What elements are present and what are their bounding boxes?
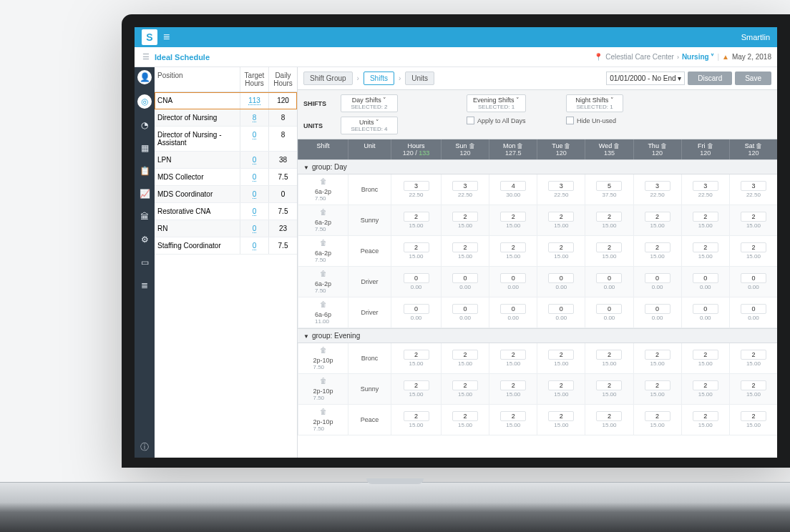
- count-input[interactable]: 2: [693, 350, 718, 360]
- date-range-select[interactable]: 01/01/2000 - No End ▾: [606, 72, 685, 85]
- date-range[interactable]: May 2, 2018: [732, 53, 771, 61]
- count-input[interactable]: 0: [404, 304, 429, 314]
- count-input[interactable]: 0: [645, 304, 670, 314]
- count-input[interactable]: 2: [500, 242, 526, 252]
- count-input[interactable]: 2: [548, 212, 574, 222]
- trash-icon[interactable]: 🗑: [564, 142, 570, 149]
- units-filter[interactable]: Units ˅ SELECTED: 4: [341, 117, 398, 134]
- count-input[interactable]: 0: [500, 304, 526, 314]
- crumb-shifts[interactable]: Shifts: [364, 72, 394, 85]
- count-input[interactable]: 2: [693, 212, 718, 222]
- count-input[interactable]: 2: [693, 380, 718, 390]
- trash-icon[interactable]: 🗑: [517, 142, 523, 149]
- count-input[interactable]: 0: [693, 304, 718, 314]
- count-input[interactable]: 3: [693, 181, 718, 191]
- nav-gears-icon[interactable]: ⚙: [138, 233, 151, 246]
- count-input[interactable]: 2: [404, 212, 429, 222]
- count-input[interactable]: 2: [741, 212, 766, 222]
- count-input[interactable]: 2: [596, 212, 622, 222]
- nav-location-icon[interactable]: ◎: [137, 94, 152, 109]
- count-input[interactable]: 2: [741, 380, 766, 390]
- count-input[interactable]: 2: [741, 411, 766, 421]
- count-input[interactable]: 3: [452, 181, 478, 191]
- trash-icon[interactable]: 🗑: [756, 142, 762, 149]
- count-input[interactable]: 3: [404, 181, 429, 191]
- target-hours[interactable]: 0: [240, 186, 268, 202]
- discard-button[interactable]: Discard: [688, 72, 732, 85]
- count-input[interactable]: 0: [741, 273, 766, 283]
- count-input[interactable]: 2: [404, 411, 429, 421]
- target-hours[interactable]: 0: [240, 203, 268, 220]
- position-row[interactable]: MDS Coordinator00: [155, 186, 297, 203]
- count-input[interactable]: 2: [596, 242, 622, 252]
- nav-calendar-icon[interactable]: ▦: [138, 142, 151, 154]
- position-row[interactable]: RN023: [155, 220, 297, 237]
- count-input[interactable]: 2: [452, 242, 478, 252]
- count-input[interactable]: 2: [452, 380, 478, 390]
- trash-icon[interactable]: 🗑: [613, 142, 620, 149]
- target-hours[interactable]: 0: [240, 127, 268, 151]
- count-input[interactable]: 0: [404, 273, 429, 283]
- position-row[interactable]: MDS Collector07.5: [155, 169, 297, 186]
- target-hours[interactable]: 0: [240, 220, 268, 237]
- count-input[interactable]: 2: [500, 380, 526, 390]
- count-input[interactable]: 0: [596, 273, 622, 283]
- nav-pie-icon[interactable]: ◔: [138, 119, 151, 132]
- count-input[interactable]: 2: [500, 212, 526, 222]
- trash-icon[interactable]: 🗑: [469, 142, 475, 149]
- position-row[interactable]: Director of Nursing - Assistant08: [155, 127, 297, 152]
- count-input[interactable]: 2: [741, 350, 766, 360]
- count-input[interactable]: 2: [645, 212, 670, 222]
- evening-shifts-filter[interactable]: Evening Shifts ˅ SELECTED: 1: [467, 94, 526, 112]
- count-input[interactable]: 2: [548, 350, 574, 360]
- count-input[interactable]: 2: [548, 380, 574, 390]
- count-input[interactable]: 2: [596, 350, 622, 360]
- nav-building-icon[interactable]: 🏛: [138, 210, 151, 223]
- night-shifts-filter[interactable]: Night Shifts ˅ SELECTED: 1: [566, 94, 623, 112]
- apply-all-days-checkbox[interactable]: Apply to All Days: [467, 117, 526, 124]
- trash-icon[interactable]: 🗑: [320, 270, 327, 277]
- count-input[interactable]: 0: [596, 304, 622, 314]
- trash-icon[interactable]: 🗑: [320, 408, 327, 415]
- nav-list-icon[interactable]: ≣: [138, 279, 151, 292]
- count-input[interactable]: 2: [693, 411, 718, 421]
- count-input[interactable]: 5: [596, 181, 622, 191]
- count-input[interactable]: 2: [645, 380, 670, 390]
- count-input[interactable]: 0: [548, 304, 574, 314]
- position-row[interactable]: Restorative CNA07.5: [155, 203, 297, 220]
- trash-icon[interactable]: 🗑: [320, 300, 327, 308]
- position-row[interactable]: LPN038: [155, 152, 297, 169]
- count-input[interactable]: 2: [596, 411, 622, 421]
- count-input[interactable]: 2: [500, 350, 526, 360]
- trash-icon[interactable]: 🗑: [320, 177, 327, 185]
- nav-clipboard-icon[interactable]: 📋: [138, 164, 151, 177]
- count-input[interactable]: 2: [596, 380, 622, 390]
- count-input[interactable]: 2: [404, 350, 429, 360]
- count-input[interactable]: 0: [548, 273, 574, 283]
- group-header[interactable]: ▼group: Day: [298, 159, 777, 174]
- group-header[interactable]: ▼group: Evening: [298, 328, 777, 343]
- position-row[interactable]: Staffing Coordinator07.5: [155, 237, 297, 255]
- count-input[interactable]: 2: [452, 212, 478, 222]
- count-input[interactable]: 4: [500, 181, 526, 191]
- nav-card-icon[interactable]: ▭: [138, 256, 151, 269]
- count-input[interactable]: 2: [645, 350, 670, 360]
- count-input[interactable]: 0: [500, 273, 526, 283]
- target-hours[interactable]: 0: [240, 169, 268, 185]
- count-input[interactable]: 3: [645, 181, 670, 191]
- count-input[interactable]: 2: [645, 242, 670, 252]
- nav-chart-icon[interactable]: 📈: [138, 187, 151, 200]
- count-input[interactable]: 2: [741, 242, 766, 252]
- position-row[interactable]: Director of Nursing88: [155, 109, 297, 127]
- count-input[interactable]: 2: [452, 350, 478, 360]
- trash-icon[interactable]: 🗑: [707, 142, 713, 149]
- trash-icon[interactable]: 🗑: [320, 377, 327, 385]
- count-input[interactable]: 0: [452, 273, 478, 283]
- count-input[interactable]: 0: [741, 304, 766, 314]
- trash-icon[interactable]: 🗑: [660, 142, 667, 149]
- crumb-shift-group[interactable]: Shift Group: [303, 72, 353, 85]
- count-input[interactable]: 2: [404, 380, 429, 390]
- count-input[interactable]: 2: [693, 242, 718, 252]
- target-hours[interactable]: 0: [240, 152, 268, 168]
- count-input[interactable]: 0: [693, 273, 718, 283]
